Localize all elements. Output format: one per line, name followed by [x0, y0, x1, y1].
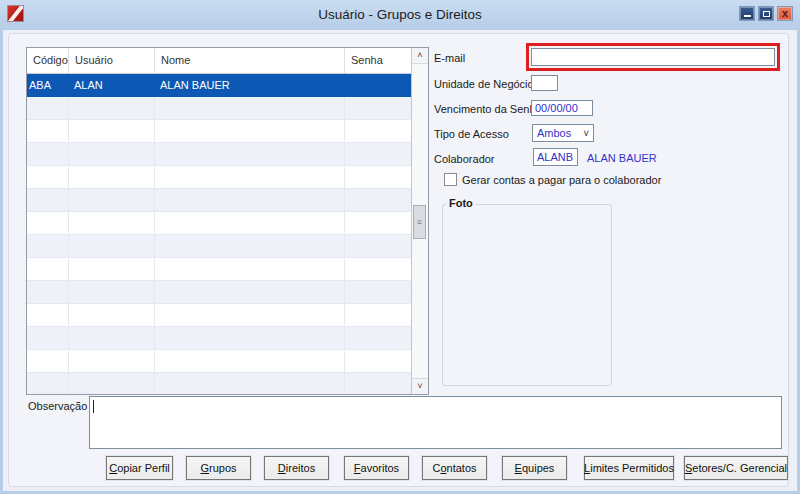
column-header-senha[interactable]: Senha — [345, 48, 411, 73]
users-grid: Código Usuário Nome Senha ABA ALAN ALAN … — [26, 47, 429, 395]
table-cell — [69, 258, 155, 280]
table-row[interactable] — [27, 235, 411, 258]
tipo-acesso-label: Tipo de Acesso — [434, 128, 509, 140]
table-row[interactable] — [27, 350, 411, 373]
table-cell — [345, 189, 411, 211]
maximize-icon — [763, 11, 770, 17]
table-cell — [27, 304, 69, 326]
foto-groupbox — [442, 204, 612, 386]
table-cell — [155, 97, 345, 119]
email-field[interactable] — [531, 48, 775, 66]
text-caret — [93, 400, 94, 413]
table-row[interactable] — [27, 327, 411, 350]
table-row[interactable] — [27, 97, 411, 120]
limites-permitidos-button[interactable]: Limites Permitidos — [584, 456, 674, 480]
column-header-codigo[interactable]: Código — [27, 48, 69, 73]
table-row[interactable] — [27, 189, 411, 212]
table-cell — [27, 373, 69, 395]
app-window: Usuário - Grupos e Direitos x Código Usu… — [0, 0, 800, 494]
table-cell — [155, 281, 345, 303]
btn-post: imites Permitidos — [590, 462, 674, 474]
scroll-down-button[interactable]: ˅ — [412, 378, 428, 394]
btn-post: rupos — [209, 462, 237, 474]
contatos-button[interactable]: Contatos — [422, 456, 487, 480]
vencimento-senha-field[interactable]: 00/00/00 — [531, 100, 593, 116]
table-cell — [69, 120, 155, 142]
table-cell — [69, 350, 155, 372]
table-cell — [69, 97, 155, 119]
observacao-textarea[interactable] — [89, 396, 782, 449]
column-header-nome[interactable]: Nome — [155, 48, 345, 73]
unidade-negocio-label: Unidade de Negócio — [434, 78, 534, 90]
table-cell — [69, 235, 155, 257]
setores-gerencial-button[interactable]: Setores/C. Gerencial — [684, 456, 788, 480]
close-button[interactable]: x — [777, 6, 793, 21]
scroll-up-button[interactable]: ˄ — [412, 48, 428, 64]
table-cell — [69, 373, 155, 395]
equipes-button[interactable]: Equipes — [502, 456, 567, 480]
table-cell — [345, 373, 411, 395]
foto-group-label: Foto — [446, 197, 476, 209]
observacao-label: Observação — [28, 400, 87, 412]
maximize-button[interactable] — [758, 6, 774, 21]
btn-post: opiar Perfil — [117, 462, 170, 474]
table-cell — [27, 258, 69, 280]
cell-senha — [345, 74, 411, 96]
close-icon: x — [782, 8, 788, 19]
table-cell — [155, 327, 345, 349]
table-row[interactable] — [27, 143, 411, 166]
minimize-button[interactable] — [739, 6, 755, 21]
unidade-negocio-field[interactable] — [531, 75, 558, 91]
scrollbar-thumb[interactable]: ≡ — [413, 205, 426, 239]
btn-mnemonic: E — [515, 462, 522, 474]
minimize-icon — [744, 15, 751, 17]
table-cell — [345, 281, 411, 303]
table-cell — [69, 327, 155, 349]
table-row[interactable] — [27, 281, 411, 304]
colaborador-field[interactable]: ALANB — [533, 148, 578, 166]
favoritos-button[interactable]: Favoritos — [344, 456, 409, 480]
content-panel: Código Usuário Nome Senha ABA ALAN ALAN … — [8, 33, 789, 487]
table-row[interactable] — [27, 258, 411, 281]
btn-post: quipes — [522, 462, 554, 474]
column-header-usuario[interactable]: Usuário — [69, 48, 155, 73]
table-cell — [345, 350, 411, 372]
table-row[interactable] — [27, 166, 411, 189]
table-cell — [27, 143, 69, 165]
btn-post: ntatos — [447, 462, 477, 474]
btn-mnemonic: C — [109, 462, 117, 474]
colaborador-label: Colaborador — [434, 153, 495, 165]
table-cell — [155, 212, 345, 234]
table-cell — [27, 350, 69, 372]
table-cell — [345, 97, 411, 119]
btn-mnemonic: F — [354, 462, 361, 474]
table-row[interactable] — [27, 304, 411, 327]
copiar-perfil-button[interactable]: Copiar Perfil — [106, 456, 173, 480]
table-cell — [345, 258, 411, 280]
tipo-acesso-value: Ambos — [537, 127, 571, 139]
gerar-contas-checkbox[interactable] — [444, 173, 457, 186]
tipo-acesso-select[interactable]: Ambos ˅ — [532, 124, 594, 142]
table-row-selected[interactable]: ABA ALAN ALAN BAUER — [27, 74, 411, 97]
table-row[interactable] — [27, 373, 411, 395]
cell-nome: ALAN BAUER — [155, 74, 345, 96]
grid-scrollbar[interactable]: ˄ ≡ ˅ — [411, 48, 428, 394]
window-controls: x — [739, 6, 793, 21]
table-row[interactable] — [27, 120, 411, 143]
btn-pre: C — [432, 462, 440, 474]
grid-header: Código Usuário Nome Senha — [27, 48, 411, 74]
table-cell — [155, 235, 345, 257]
grupos-button[interactable]: Grupos — [186, 456, 251, 480]
direitos-button[interactable]: Direitos — [264, 456, 329, 480]
scroll-down-icon: ˅ — [417, 382, 422, 391]
vencimento-senha-label: Vencimento da Senha — [434, 103, 542, 115]
table-row[interactable] — [27, 212, 411, 235]
table-cell — [69, 189, 155, 211]
table-cell — [155, 258, 345, 280]
btn-mnemonic: D — [278, 462, 286, 474]
table-cell — [345, 235, 411, 257]
table-cell — [155, 189, 345, 211]
table-cell — [27, 212, 69, 234]
table-cell — [155, 166, 345, 188]
table-cell — [27, 235, 69, 257]
